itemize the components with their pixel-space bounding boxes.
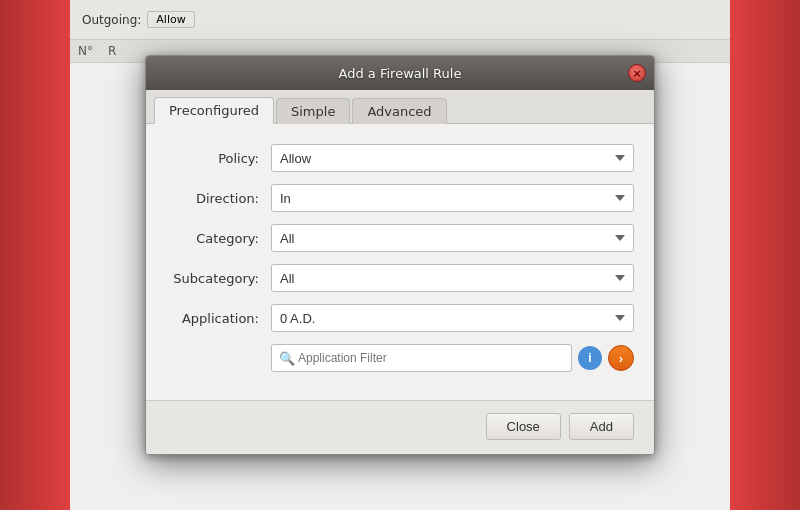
policy-label: Policy: (166, 151, 271, 166)
category-select[interactable]: All (271, 224, 634, 252)
tab-preconfigured[interactable]: Preconfigured (154, 97, 274, 124)
add-button[interactable]: Add (569, 413, 634, 440)
dialog-body: Policy: Allow Deny Reject Limit Directio… (146, 124, 654, 400)
tab-simple[interactable]: Simple (276, 98, 350, 124)
firewall-rule-dialog: Add a Firewall Rule × Preconfigured Simp… (145, 55, 655, 455)
subcategory-row: Subcategory: All (166, 264, 634, 292)
policy-select[interactable]: Allow Deny Reject Limit (271, 144, 634, 172)
tab-advanced[interactable]: Advanced (352, 98, 446, 124)
application-label: Application: (166, 311, 271, 326)
close-button[interactable]: Close (486, 413, 561, 440)
direction-label: Direction: (166, 191, 271, 206)
application-filter-input[interactable] (271, 344, 572, 372)
direction-row: Direction: In Out (166, 184, 634, 212)
application-select[interactable]: 0 A.D. (271, 304, 634, 332)
tabs-bar: Preconfigured Simple Advanced (146, 90, 654, 124)
application-filter-row: 🔍 i › (271, 344, 634, 372)
info-button[interactable]: i (578, 346, 602, 370)
close-window-button[interactable]: × (628, 64, 646, 82)
filter-input-wrap: 🔍 (271, 344, 572, 372)
dialog-title: Add a Firewall Rule (339, 66, 462, 81)
direction-select[interactable]: In Out (271, 184, 634, 212)
policy-row: Policy: Allow Deny Reject Limit (166, 144, 634, 172)
arrow-button[interactable]: › (608, 345, 634, 371)
subcategory-select[interactable]: All (271, 264, 634, 292)
button-bar: Close Add (146, 400, 654, 454)
dialog-titlebar: Add a Firewall Rule × (146, 56, 654, 90)
search-icon: 🔍 (279, 351, 295, 366)
category-row: Category: All (166, 224, 634, 252)
subcategory-label: Subcategory: (166, 271, 271, 286)
application-row: Application: 0 A.D. (166, 304, 634, 332)
category-label: Category: (166, 231, 271, 246)
